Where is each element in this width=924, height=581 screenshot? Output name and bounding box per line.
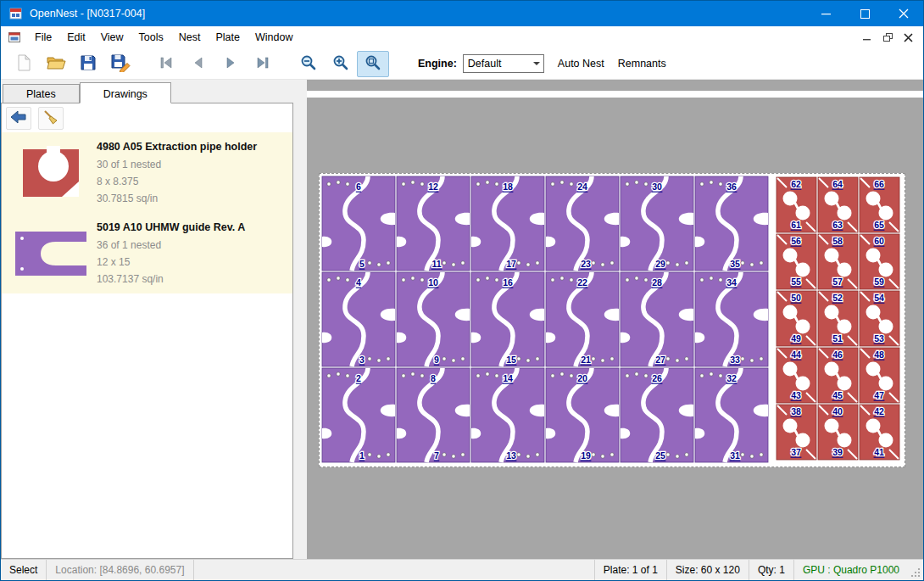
part-number: 66 xyxy=(874,179,884,189)
drill-hole xyxy=(601,455,604,458)
zoom-in-button[interactable] xyxy=(325,51,357,77)
drill-hole xyxy=(486,372,489,376)
nest-canvas[interactable]: 6512111817242330293635431091615222128273… xyxy=(307,80,923,559)
nest-pair-purple[interactable]: 3029 xyxy=(621,176,693,271)
drill-hole xyxy=(700,374,704,377)
nest-pair-purple[interactable]: 1615 xyxy=(471,272,544,366)
mdi-restore-icon[interactable] xyxy=(877,29,898,46)
minimize-button[interactable] xyxy=(806,1,845,26)
nest-pair-red[interactable]: 6059 xyxy=(860,234,899,289)
nest-pair-red[interactable]: 4039 xyxy=(818,405,858,460)
menu-item-tools[interactable]: Tools xyxy=(131,27,171,47)
drill-hole xyxy=(327,374,331,377)
menu-item-nest[interactable]: Nest xyxy=(171,27,209,47)
nest-pair-red[interactable]: 4241 xyxy=(860,405,899,460)
save-button[interactable] xyxy=(72,51,104,77)
drill-hole xyxy=(741,453,744,456)
maximize-button[interactable] xyxy=(845,1,884,26)
auto-nest-button[interactable]: Auto Nest xyxy=(558,58,604,70)
engine-select[interactable]: Default xyxy=(463,54,544,73)
nest-pair-purple[interactable]: 2019 xyxy=(546,368,619,462)
nest-pair-purple[interactable]: 1211 xyxy=(397,176,470,271)
drill-hole xyxy=(402,278,405,282)
nest-pair-red[interactable]: 5857 xyxy=(818,234,858,289)
save-icon xyxy=(79,53,97,75)
menu-item-edit[interactable]: Edit xyxy=(59,27,93,47)
drill-hole xyxy=(420,374,424,377)
part-number: 23 xyxy=(581,259,591,269)
nest-pair-purple[interactable]: 1413 xyxy=(471,368,544,462)
send-to-plate-button[interactable] xyxy=(6,107,31,130)
tab-plates[interactable]: Plates xyxy=(3,84,80,103)
save-as-button[interactable] xyxy=(104,51,136,77)
drawing-item[interactable]: 5019 A10 UHMW guide Rev. A36 of 1 nested… xyxy=(2,213,292,293)
nest-pair-purple[interactable]: 2625 xyxy=(621,368,693,462)
mdi-minimize-icon[interactable] xyxy=(857,29,877,46)
drill-hole xyxy=(666,453,670,456)
tab-drawings[interactable]: Drawings xyxy=(80,82,171,103)
nest-pair-red[interactable]: 4645 xyxy=(818,348,858,403)
nest-pair-purple[interactable]: 2221 xyxy=(546,272,619,366)
resize-grip[interactable] xyxy=(908,560,923,580)
drill-hole xyxy=(337,372,340,376)
part-thumbnail xyxy=(8,138,93,207)
part-number-underline xyxy=(431,269,443,270)
nest-plate-svg[interactable]: 6512111817242330293635431091615222128273… xyxy=(320,174,905,466)
menu-item-window[interactable]: Window xyxy=(248,27,300,47)
open-button[interactable] xyxy=(40,51,72,77)
menu-item-file[interactable]: File xyxy=(27,27,59,47)
menu-item-plate[interactable]: Plate xyxy=(208,27,248,47)
nest-pair-purple[interactable]: 87 xyxy=(397,368,470,462)
close-button[interactable] xyxy=(884,1,923,26)
nest-pair-red[interactable]: 3837 xyxy=(776,405,816,460)
nav-first-button[interactable] xyxy=(150,51,182,77)
save-as-icon xyxy=(110,53,131,75)
nav-prev-button[interactable] xyxy=(182,51,214,77)
nest-pair-red[interactable]: 5453 xyxy=(860,291,899,346)
mdi-close-icon[interactable] xyxy=(898,29,918,46)
part-number-underline xyxy=(874,246,885,247)
part-number: 39 xyxy=(832,447,843,457)
nest-pair-purple[interactable]: 2423 xyxy=(546,176,619,271)
main-area: Plates Drawings 4980 A05 Extraction pipe… xyxy=(1,80,923,559)
nest-pair-red[interactable]: 6665 xyxy=(860,177,899,232)
nest-pair-red[interactable]: 6261 xyxy=(776,177,816,232)
part-number-underline xyxy=(726,288,738,288)
drawing-item[interactable]: 4980 A05 Extraction pipe holder30 of 1 n… xyxy=(2,132,292,213)
zoom-fit-button[interactable] xyxy=(357,51,389,77)
new-button[interactable] xyxy=(8,51,40,77)
nest-pair-red[interactable]: 5049 xyxy=(776,291,816,346)
clean-button[interactable] xyxy=(38,107,64,130)
nest-pair-purple[interactable]: 2827 xyxy=(621,272,693,366)
part-number-underline xyxy=(791,246,802,247)
nest-pair-purple[interactable]: 43 xyxy=(322,272,395,366)
nest-pair-red[interactable]: 4847 xyxy=(860,348,899,403)
plate-sheet[interactable]: 6512111817242330293635431091615222128273… xyxy=(319,173,905,467)
nest-pair-purple[interactable]: 3231 xyxy=(695,368,768,462)
nest-pair-red[interactable]: 4443 xyxy=(776,348,816,403)
nest-pair-purple[interactable]: 3433 xyxy=(695,272,768,366)
drill-hole xyxy=(377,359,381,362)
nav-next-button[interactable] xyxy=(214,51,247,77)
remnants-button[interactable]: Remnants xyxy=(618,58,666,70)
nest-pair-purple[interactable]: 3635 xyxy=(695,176,768,271)
nest-pair-red[interactable]: 5251 xyxy=(818,291,858,346)
nest-pair-purple[interactable]: 21 xyxy=(322,368,395,462)
nest-pair-purple[interactable]: 109 xyxy=(397,272,470,366)
nest-pair-purple[interactable]: 1817 xyxy=(471,176,544,271)
drill-hole xyxy=(420,182,424,186)
nest-pair-red[interactable]: 6463 xyxy=(818,177,858,232)
nav-last-button[interactable] xyxy=(247,51,279,77)
part-number: 9 xyxy=(434,355,439,365)
part-number-underline xyxy=(434,461,439,461)
chevron-down-icon[interactable] xyxy=(530,59,543,69)
nest-pair-purple[interactable]: 65 xyxy=(322,176,395,271)
part-number-underline xyxy=(874,400,885,401)
menu-item-view[interactable]: View xyxy=(93,27,131,47)
drill-hole xyxy=(346,182,349,186)
nest-pair-red[interactable]: 5655 xyxy=(776,234,816,289)
zoom-out-button[interactable] xyxy=(292,51,325,77)
part-number: 51 xyxy=(832,333,843,344)
panel-splitter[interactable] xyxy=(293,80,307,559)
window-controls xyxy=(806,1,923,26)
